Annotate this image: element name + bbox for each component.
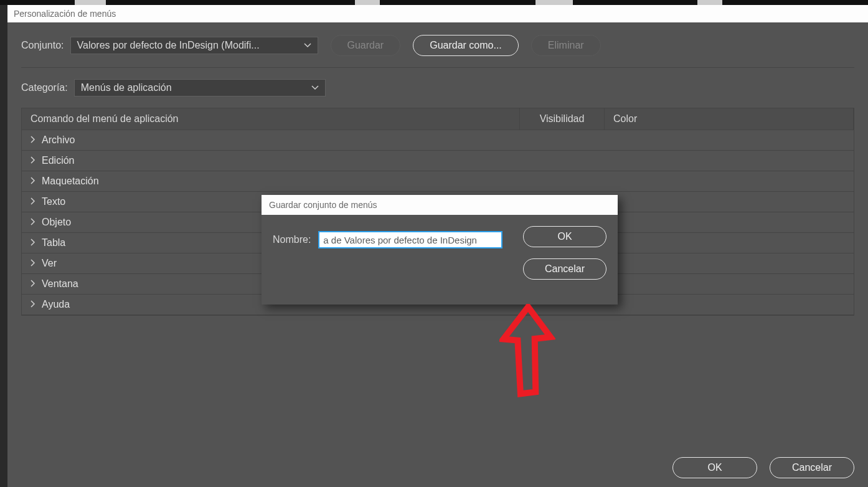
categoria-label: Categoría:: [21, 82, 68, 93]
table-row[interactable]: Maquetación: [22, 171, 854, 192]
row-label: Ventana: [42, 278, 78, 290]
save-menu-set-dialog: Guardar conjunto de menús Nombre: OK Can…: [262, 195, 618, 305]
row-label: Archivo: [42, 135, 75, 146]
chevron-right-icon: [31, 156, 35, 166]
chevron-right-icon: [31, 238, 35, 248]
conjunto-value: Valores por defecto de InDesign (Modifi.…: [77, 40, 260, 51]
row-label: Ver: [42, 258, 57, 269]
chevron-right-icon: [31, 197, 35, 207]
categoria-value: Menús de aplicación: [81, 82, 172, 93]
chevron-right-icon: [31, 258, 35, 268]
ok-button[interactable]: OK: [672, 457, 757, 478]
guardar-como-button[interactable]: Guardar como...: [413, 35, 519, 56]
dialog-footer: OK Cancelar: [672, 457, 854, 478]
chevron-down-icon: [311, 83, 319, 92]
row-label: Tabla: [42, 237, 65, 248]
cancelar-button[interactable]: Cancelar: [770, 457, 854, 478]
modal-ok-button[interactable]: OK: [523, 226, 606, 247]
chevron-right-icon: [31, 135, 35, 145]
table-row[interactable]: Edición: [22, 151, 854, 171]
conjunto-label: Conjunto:: [21, 40, 64, 51]
table-row[interactable]: Archivo: [22, 130, 854, 151]
col-visibilidad: Visibilidad: [520, 108, 605, 130]
eliminar-button: Eliminar: [531, 35, 601, 56]
nombre-input[interactable]: [318, 231, 502, 248]
guardar-button: Guardar: [331, 35, 401, 56]
col-comando: Comando del menú de aplicación: [22, 108, 520, 130]
categoria-dropdown[interactable]: Menús de aplicación: [74, 79, 326, 97]
nombre-label: Nombre:: [273, 234, 311, 245]
dialog-title: Personalización de menús: [7, 5, 868, 22]
chevron-right-icon: [31, 217, 35, 227]
chevron-right-icon: [31, 300, 35, 310]
modal-title: Guardar conjunto de menús: [262, 195, 618, 215]
conjunto-row: Conjunto: Valores por defecto de InDesig…: [21, 35, 854, 56]
modal-cancelar-button[interactable]: Cancelar: [523, 258, 606, 280]
table-header: Comando del menú de aplicación Visibilid…: [22, 108, 854, 130]
row-label: Ayuda: [42, 299, 70, 310]
row-label: Maquetación: [42, 176, 99, 187]
col-color: Color: [605, 108, 854, 130]
chevron-right-icon: [31, 176, 35, 186]
row-label: Edición: [42, 155, 74, 166]
row-label: Texto: [42, 196, 65, 207]
row-label: Objeto: [42, 217, 71, 228]
chevron-down-icon: [304, 41, 311, 50]
window-top-strip: [0, 0, 868, 5]
conjunto-dropdown[interactable]: Valores por defecto de InDesign (Modifi.…: [70, 37, 318, 54]
categoria-row: Categoría: Menús de aplicación: [21, 79, 854, 97]
chevron-right-icon: [31, 279, 35, 289]
divider: [21, 67, 854, 68]
